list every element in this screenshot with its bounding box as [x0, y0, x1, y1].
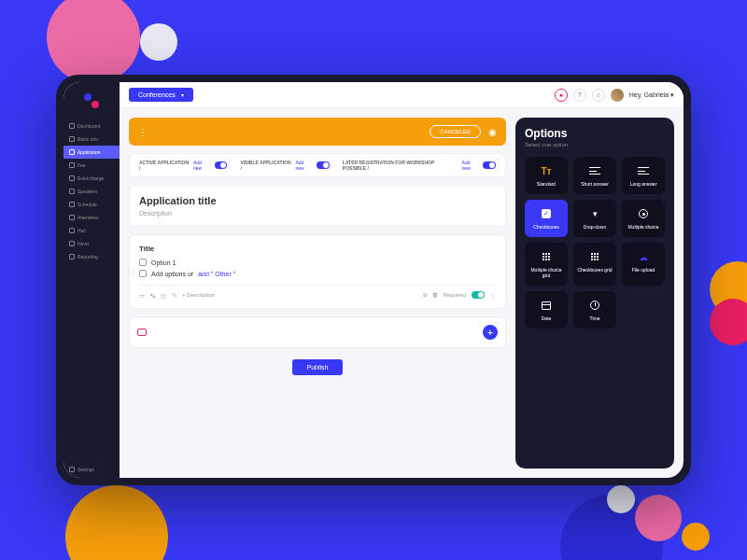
settings-label: Settings: [78, 467, 94, 472]
add-plus-icon[interactable]: +: [483, 325, 498, 340]
sidebar-item-label: Application: [78, 149, 100, 155]
option-dropdown[interactable]: Drop-down: [573, 200, 616, 237]
canceled-button[interactable]: CANCELED: [430, 125, 481, 138]
option-checkboxes-grid[interactable]: Checkboxes grid: [573, 243, 616, 286]
sidebar-item-dashboard[interactable]: Dashboard: [63, 119, 120, 133]
more-icon[interactable]: ⋮: [138, 127, 148, 137]
toggle-switch[interactable]: [483, 161, 496, 169]
add-option-text: Add options or: [151, 271, 193, 277]
options-grid: TтStandard Short answer Long answer ✓Che…: [525, 157, 665, 329]
add-option-row[interactable]: Add options or add " Other ": [139, 270, 496, 277]
avatar[interactable]: [611, 89, 624, 102]
checkbox-icon: [139, 270, 147, 277]
dashboard-icon: [69, 123, 75, 129]
gear-icon: [69, 467, 75, 472]
delete-icon[interactable]: 🗑: [432, 292, 438, 298]
sidebar-item-label: Reporting: [78, 254, 98, 259]
option-multiple-choice[interactable]: Multiple choice: [622, 200, 665, 237]
sidebar-item-news[interactable]: News: [63, 237, 120, 250]
drag-handle-icon[interactable]: ⋮⋮: [129, 268, 137, 276]
caret-down-icon: [588, 207, 601, 220]
sidebar-settings[interactable]: Settings: [63, 461, 120, 478]
sidebar-item-schedule[interactable]: Schedule: [63, 198, 120, 211]
required-toggle[interactable]: [472, 291, 485, 299]
sidebar: Dashboard Basic info Application Fee Ext…: [63, 82, 120, 478]
sidebar-item-basic-info[interactable]: Basic info: [63, 133, 120, 146]
sidebar-item-label: Speakers: [78, 189, 97, 194]
grid-icon: [588, 250, 601, 263]
option-standard[interactable]: TтStandard: [525, 157, 568, 194]
column-single-icon[interactable]: ▭: [139, 292, 145, 299]
sidebar-item-reporting[interactable]: Reporting: [63, 250, 120, 263]
more-icon[interactable]: ⋮: [490, 292, 496, 299]
sidebar-item-speakers[interactable]: Speakers: [63, 185, 120, 198]
sidebar-item-attendees[interactable]: Attendees: [63, 211, 120, 224]
sidebar-item-extra-charge[interactable]: Extra charge: [63, 172, 120, 185]
logo-icon: [82, 91, 101, 110]
question-card[interactable]: ⋮⋮ Title Option 1 Add options or add " O…: [129, 234, 506, 309]
conferences-dropdown[interactable]: Conferences: [129, 88, 193, 102]
schedule-icon: [69, 202, 75, 207]
add-question-card[interactable]: +: [129, 316, 506, 348]
help-icon[interactable]: ?: [573, 89, 586, 102]
add-new-link[interactable]: Add new: [295, 160, 313, 171]
options-title: Options: [525, 127, 665, 140]
status-bar: ⋮ CANCELED ◉: [129, 118, 506, 146]
toggle-label: VISIBLE APPLICATION /: [240, 160, 291, 171]
grid-icon: [540, 250, 553, 263]
publish-button[interactable]: Publish: [292, 359, 344, 375]
question-title: Title: [139, 245, 496, 253]
short-lines-icon: [588, 164, 601, 177]
sidebar-item-label: News: [78, 241, 90, 246]
add-new-link[interactable]: Add new: [193, 160, 211, 171]
option-label: Multiple choice grid: [529, 267, 564, 278]
preview-icon[interactable]: ◉: [488, 127, 497, 137]
option-long-answer[interactable]: Long answer: [622, 157, 665, 194]
required-label: Required: [444, 292, 466, 298]
option-label: Standard: [537, 181, 556, 187]
toggle-label: ACTIVE APPLICATION /: [139, 160, 190, 171]
alert-icon[interactable]: ●: [555, 89, 568, 102]
topbar: Conferences ● ? ⌂ Hey, Gabriela ▾: [120, 82, 684, 108]
sidebar-item-hall[interactable]: Hall: [63, 224, 120, 237]
application-description: Description: [139, 210, 496, 217]
toggle-switch[interactable]: [215, 161, 228, 169]
option-label: Multiple choice: [627, 224, 658, 230]
option-date[interactable]: Date: [525, 291, 568, 329]
info-icon: [69, 136, 75, 142]
sidebar-item-fee[interactable]: Fee: [63, 159, 120, 172]
form-builder: ⋮ CANCELED ◉ ACTIVE APPLICATION / Add ne…: [129, 118, 506, 469]
add-new-link[interactable]: Add new: [462, 160, 480, 171]
long-lines-icon: [637, 164, 650, 177]
copy-icon[interactable]: ⧉: [423, 292, 427, 299]
option-label: Long answer: [630, 181, 657, 187]
add-description-link[interactable]: + Description: [182, 292, 215, 298]
option-short-answer[interactable]: Short answer: [573, 157, 616, 194]
sidebar-item-label: Hall: [78, 228, 86, 233]
settings-toggles: ACTIVE APPLICATION / Add new VISIBLE APP…: [129, 153, 506, 177]
toggle-switch[interactable]: [317, 161, 330, 169]
home-icon[interactable]: ⌂: [592, 89, 605, 102]
add-other-link[interactable]: add " Other ": [198, 271, 235, 277]
option-multiple-choice-grid[interactable]: Multiple choice grid: [525, 243, 568, 286]
toggle-label: LATER REGISTRATION FOR WORKSHOP POSSIBLE…: [343, 160, 458, 171]
option-file-upload[interactable]: ☁File upload: [622, 243, 665, 286]
tablet-frame: Dashboard Basic info Application Fee Ext…: [56, 75, 691, 485]
hall-icon: [69, 228, 75, 233]
column-half-icon[interactable]: ▯▯: [161, 292, 166, 299]
radio-icon: [637, 207, 650, 220]
application-title-card[interactable]: Application title Description: [129, 185, 506, 227]
options-panel: Options Select one option TтStandard Sho…: [515, 118, 674, 469]
option-label: File upload: [632, 267, 655, 273]
option-label: Time: [590, 315, 600, 321]
option-time[interactable]: Time: [573, 291, 616, 329]
conferences-label: Conferences: [138, 91, 176, 98]
speakers-icon: [69, 189, 75, 194]
option-label: Date: [542, 315, 552, 321]
text-icon: Tт: [540, 164, 553, 177]
option-checkboxes[interactable]: ✓Checkboxes: [525, 200, 568, 237]
sidebar-item-label: Extra charge: [78, 175, 104, 181]
sidebar-item-application[interactable]: Application: [63, 146, 120, 159]
column-label: ½: [172, 292, 176, 298]
checkbox-icon[interactable]: [139, 259, 147, 266]
